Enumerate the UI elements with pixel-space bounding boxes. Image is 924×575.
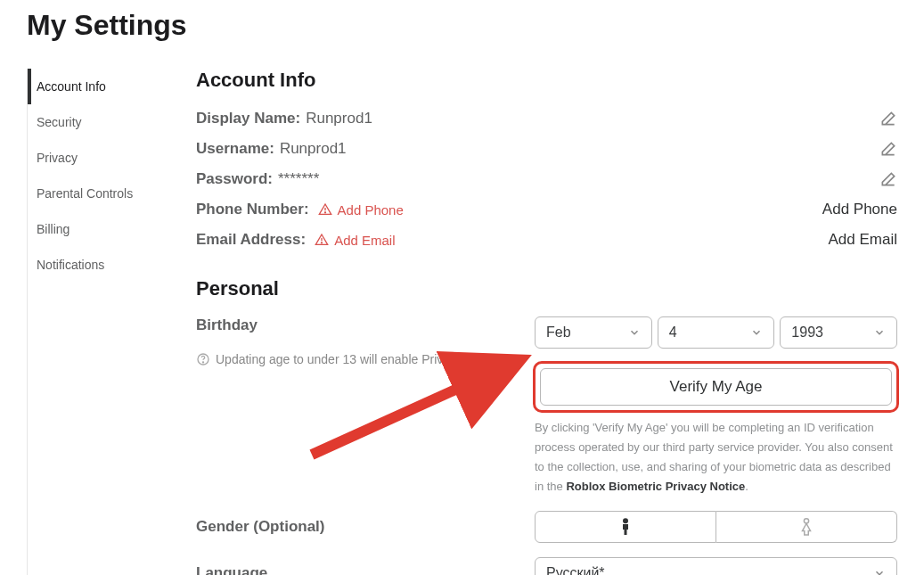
sidebar-item-notifications[interactable]: Notifications bbox=[28, 247, 169, 283]
chevron-down-icon bbox=[873, 567, 886, 575]
svg-point-1 bbox=[324, 212, 325, 213]
biometric-privacy-notice-link[interactable]: Roblox Biometric Privacy Notice bbox=[566, 480, 745, 493]
age-hint-text: Updating age to under 13 will enable Pri… bbox=[216, 352, 501, 366]
sidebar-item-privacy[interactable]: Privacy bbox=[28, 140, 169, 176]
sidebar-item-parental-controls[interactable]: Parental Controls bbox=[28, 176, 169, 211]
verify-disclaimer: By clicking 'Verify My Age' you will be … bbox=[535, 418, 897, 497]
page-title: My Settings bbox=[27, 9, 897, 42]
language-value: Русский* bbox=[546, 565, 605, 575]
edit-display-name-icon[interactable] bbox=[879, 110, 897, 127]
birthday-year-select[interactable]: 1993 bbox=[780, 316, 897, 349]
birthday-month-value: Feb bbox=[546, 324, 571, 341]
svg-point-6 bbox=[623, 519, 628, 524]
sidebar-item-account-info[interactable]: Account Info bbox=[28, 69, 169, 104]
warning-icon bbox=[318, 202, 332, 217]
birthday-day-select[interactable]: 4 bbox=[658, 316, 775, 349]
edit-password-icon[interactable] bbox=[879, 170, 897, 188]
info-icon bbox=[196, 352, 210, 366]
disclaimer-text-post: . bbox=[745, 480, 748, 493]
gender-female-button[interactable] bbox=[716, 511, 897, 543]
svg-point-3 bbox=[322, 242, 323, 243]
settings-sidebar: Account Info Security Privacy Parental C… bbox=[27, 69, 169, 575]
add-email-link[interactable]: Add Email bbox=[334, 233, 395, 248]
verify-my-age-button[interactable]: Verify My Age bbox=[540, 368, 892, 406]
birthday-day-value: 4 bbox=[669, 324, 677, 341]
personal-heading: Personal bbox=[196, 277, 897, 300]
language-select[interactable]: Русский* bbox=[535, 557, 897, 575]
gender-male-button[interactable] bbox=[535, 511, 716, 543]
male-icon bbox=[617, 517, 634, 537]
password-value: ******* bbox=[278, 170, 319, 188]
account-info-heading: Account Info bbox=[196, 69, 897, 92]
female-icon bbox=[798, 517, 814, 537]
username-value: Runprod1 bbox=[280, 140, 347, 158]
phone-number-label: Phone Number: bbox=[196, 201, 309, 218]
svg-point-5 bbox=[202, 362, 203, 363]
username-label: Username: bbox=[196, 140, 274, 158]
birthday-month-select[interactable]: Feb bbox=[535, 316, 652, 349]
birthday-year-value: 1993 bbox=[791, 324, 823, 341]
sidebar-item-security[interactable]: Security bbox=[28, 104, 169, 140]
warning-icon bbox=[315, 233, 329, 247]
chevron-down-icon bbox=[750, 326, 763, 339]
email-address-label: Email Address: bbox=[196, 231, 306, 249]
add-phone-link[interactable]: Add Phone bbox=[338, 202, 404, 218]
add-phone-button[interactable]: Add Phone bbox=[822, 201, 897, 218]
language-label: Language bbox=[196, 564, 535, 575]
display-name-value: Runprod1 bbox=[306, 110, 372, 127]
edit-username-icon[interactable] bbox=[879, 140, 897, 158]
add-email-button[interactable]: Add Email bbox=[829, 231, 897, 249]
password-label: Password: bbox=[196, 170, 273, 188]
gender-label: Gender (Optional) bbox=[196, 518, 535, 536]
chevron-down-icon bbox=[628, 326, 641, 339]
birthday-label: Birthday bbox=[196, 316, 535, 334]
display-name-label: Display Name: bbox=[196, 110, 300, 127]
sidebar-item-billing[interactable]: Billing bbox=[28, 211, 169, 247]
chevron-down-icon bbox=[873, 326, 886, 339]
